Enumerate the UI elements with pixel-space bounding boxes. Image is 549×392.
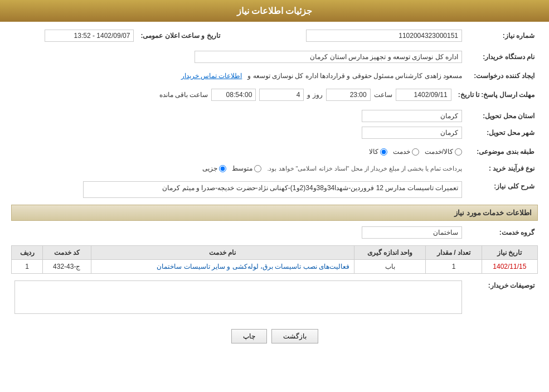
nam-dastgah-value: اداره کل نوسازی توسعه و تجهیز مدارس استا… — [11, 49, 465, 65]
jozi-label: جزیی — [202, 164, 217, 172]
shomare-niaz-value: 1102004323000151 — [251, 27, 465, 44]
radio-jozi[interactable]: جزیی — [202, 164, 226, 172]
page-title: جزئیات اطلاعات نیاز — [237, 6, 313, 16]
shomare-niaz-label: شماره نیاز: — [465, 27, 538, 44]
cell-kod-khedmat: ج-43-432 — [43, 260, 91, 274]
info-section-4: مهلت ارسال پاسخ: تا تاریخ: 1402/09/11 سا… — [11, 86, 538, 103]
khedmat-label: خدمت — [393, 148, 410, 156]
col-tedad: تعداد / مقدار — [426, 246, 482, 260]
grohe-khedmat-value: ساختمان — [11, 224, 465, 241]
tosif-value-cell — [11, 278, 465, 318]
radio-jozi-input[interactable] — [219, 165, 226, 172]
info-section-5: استان محل تحویل: کرمان شهر محل تحویل: کر… — [11, 108, 538, 141]
kala-label: کالا — [369, 148, 378, 156]
radio-khedmat[interactable]: خدمت — [393, 148, 419, 156]
ostan-label: استان محل تحویل: — [465, 108, 538, 124]
cell-tedad: 1 — [426, 260, 482, 274]
grohe-khedmat-section: گروه خدمت: ساختمان — [11, 224, 538, 241]
tarikh-elan-field: 1402/09/07 - 13:52 — [45, 30, 134, 42]
maande-field: 08:54:00 — [211, 89, 256, 101]
saat-field: 23:00 — [326, 89, 371, 101]
tarikh-field: 1402/09/11 — [396, 89, 451, 101]
ijad-konande-label: ایجاد کننده درخواست: — [465, 70, 538, 82]
col-name-khedmat: نام خدمت — [91, 246, 354, 260]
mohlat-label: مهلت ارسال پاسخ: تا تاریخ: — [455, 86, 538, 103]
shahr-value: کرمان — [11, 124, 465, 141]
radio-khedmat-input[interactable] — [412, 148, 419, 156]
maande-saat-label: ساعت باقی مانده — [159, 91, 208, 99]
shahr-label: شهر محل تحویل: — [465, 124, 538, 141]
table-row: 1402/11/15 1 باب فعالیت‌های نصب تاسیسات … — [12, 260, 538, 274]
chap-button[interactable]: چاپ — [231, 329, 267, 343]
noee-notice-text: پرداخت تمام یا بخشی از مبلغ خریدار از مح… — [267, 165, 462, 172]
motovaset-label: متوسط — [232, 164, 252, 172]
ostan-value: کرمان — [11, 108, 465, 124]
radio-kala-input[interactable] — [380, 148, 387, 156]
grohe-khedmat-field: ساختمان — [362, 226, 462, 239]
sharh-label: شرح کلی نیاز: — [465, 179, 538, 200]
col-vahed: واحد اندازه گیری — [354, 246, 426, 260]
ijad-konande-value: مسعود زاهدی کارشناس مسئول حقوقی و قراردا… — [11, 70, 465, 82]
tosif-section: توصیفات خریدار: — [11, 278, 538, 318]
info-section-2: نام دستگاه خریدار: اداره کل نوسازی توسعه… — [11, 49, 538, 65]
bazgasht-button[interactable]: بازگشت — [271, 329, 318, 343]
radio-kala-khedmat-input[interactable] — [455, 148, 462, 156]
ettelaat-tamas-link[interactable]: اطلاعات تماس خریدار — [181, 72, 242, 80]
tosif-label: توصیفات خریدار: — [465, 278, 538, 318]
sharh-text: تعمیرات تاسیسات مدارس 12 فروردین-شهدا34و… — [162, 184, 458, 192]
saat-label: ساعت — [374, 91, 392, 99]
page-wrapper: جزئیات اطلاعات نیاز شماره نیاز: 11020043… — [0, 0, 549, 392]
mohlat-value-cell: 1402/09/11 ساعت 23:00 روز و 4 08:54:00 س… — [11, 86, 455, 103]
tabaghebandi-value: کالا/خدمت خدمت کالا — [11, 146, 465, 158]
cell-tarikh-niaz: 1402/11/15 — [482, 260, 537, 274]
noee-farayand-label: نوع فرآیند خرید : — [465, 162, 538, 175]
ijad-konande-text: مسعود زاهدی کارشناس مسئول حقوقی و قراردا… — [247, 72, 462, 80]
info-section-7: نوع فرآیند خرید : پرداخت تمام یا بخشی از… — [11, 162, 538, 175]
radio-motovaset[interactable]: متوسط — [232, 164, 261, 172]
tarikh-elan-label: تاریخ و ساعت اعلان عمومی: — [137, 27, 223, 44]
cell-name-khedmat: فعالیت‌های نصب تاسیسات برق، لوله‌کشی و س… — [91, 260, 354, 274]
services-table: تاریخ نیاز تعداد / مقدار واحد اندازه گیر… — [11, 245, 538, 274]
ostan-field: کرمان — [362, 110, 462, 122]
nam-dastgah-label: نام دستگاه خریدار: — [465, 49, 538, 65]
roz-field: 4 — [259, 89, 304, 101]
info-section-3: ایجاد کننده درخواست: مسعود زاهدی کارشناس… — [11, 70, 538, 82]
shomare-niaz-field: 1102004323000151 — [306, 30, 462, 42]
info-section-1: شماره نیاز: 1102004323000151 تاریخ و ساع… — [11, 27, 538, 44]
button-row: بازگشت چاپ — [11, 322, 538, 350]
noee-farayand-value: پرداخت تمام یا بخشی از مبلغ خریدار از مح… — [11, 162, 465, 175]
radio-kala-khedmat[interactable]: کالا/خدمت — [425, 148, 462, 156]
radio-motovaset-input[interactable] — [254, 165, 261, 172]
cell-radif: 1 — [12, 260, 43, 274]
kala-khedmat-label: کالا/خدمت — [425, 148, 453, 156]
tarikh-elan-value: 1402/09/07 - 13:52 — [11, 27, 137, 44]
info-section-sharh: شرح کلی نیاز: تعمیرات تاسیسات مدارس 12 ف… — [11, 179, 538, 200]
col-radif: ردیف — [12, 246, 43, 260]
content-area: شماره نیاز: 1102004323000151 تاریخ و ساع… — [0, 22, 549, 356]
page-header: جزئیات اطلاعات نیاز — [0, 0, 549, 22]
shahr-field: کرمان — [362, 127, 462, 139]
col-kod-khedmat: کد خدمت — [43, 246, 91, 260]
radio-kala[interactable]: کالا — [369, 148, 387, 156]
tosif-textarea[interactable] — [14, 280, 462, 314]
sharh-field: تعمیرات تاسیسات مدارس 12 فروردین-شهدا34و… — [83, 181, 462, 198]
sharh-value-cell: تعمیرات تاسیسات مدارس 12 فروردین-شهدا34و… — [11, 179, 465, 200]
info-section-6: طبقه بندی موضوعی: کالا/خدمت خدمت — [11, 146, 538, 158]
grohe-khedmat-label: گروه خدمت: — [465, 224, 538, 241]
tabaghebandi-label: طبقه بندی موضوعی: — [465, 146, 538, 158]
col-tarikh-niaz: تاریخ نیاز — [482, 246, 537, 260]
khadamat-section-title: اطلاعات خدمات مورد نیاز — [11, 205, 538, 221]
roz-label: روز و — [307, 91, 322, 99]
cell-vahed: باب — [354, 260, 426, 274]
nam-dastgah-field: اداره کل نوسازی توسعه و تجهیز مدارس استا… — [195, 51, 462, 63]
